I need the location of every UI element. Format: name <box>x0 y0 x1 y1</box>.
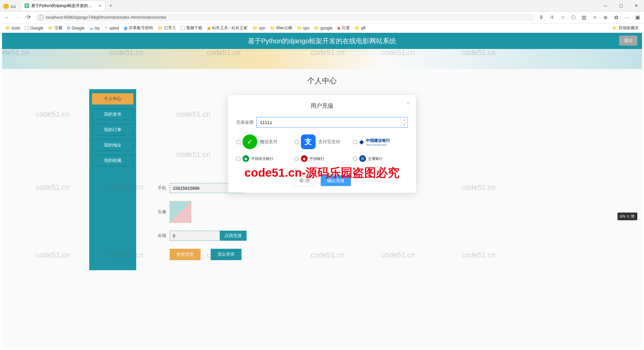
bookmark-item[interactable]: ⇡uplod <box>102 25 121 31</box>
bookmark-item[interactable]: 📁Max云梯 <box>268 24 294 32</box>
page-icon <box>25 26 29 30</box>
radio-alipay[interactable] <box>294 140 299 144</box>
amount-up-icon[interactable]: ▲ <box>401 117 408 123</box>
modal-title-text: 用户充值 <box>311 103 333 109</box>
comm-icon: ᗷ <box>359 155 366 162</box>
bookmark-item[interactable]: ◉百度 <box>335 24 352 32</box>
amount-down-icon[interactable]: ▼ <box>401 123 408 128</box>
minimize-button[interactable]: — <box>598 0 613 11</box>
radio-boc[interactable] <box>294 157 299 161</box>
folder-icon: 📁 <box>253 26 258 31</box>
uplod-icon: ⇡ <box>104 26 108 31</box>
vue-favicon-icon: V <box>24 3 29 8</box>
collections-icon[interactable]: ▥ <box>581 14 587 20</box>
bookmark-item[interactable]: 📁已导入 <box>156 24 178 32</box>
pay-option-abc[interactable]: ◉ 中国农业银行 <box>236 155 291 162</box>
abc-icon: ◉ <box>243 155 249 162</box>
bookmarks-bar: 📁tools Google 📁宝藏 GGoogle ☁txy ⇡uplod ▦共… <box>0 23 644 33</box>
folder-icon: 📁 <box>5 26 10 31</box>
radio-wechat[interactable] <box>236 140 240 144</box>
alipay-icon: 支 <box>301 134 316 149</box>
tab-close-icon[interactable]: × <box>99 3 101 8</box>
page-icon <box>181 26 185 30</box>
extension1-icon[interactable]: ⬡ <box>570 14 576 20</box>
folder-icon: 📁 <box>314 26 319 31</box>
abc-label: 中国农业银行 <box>251 156 273 161</box>
extension3-icon[interactable]: ⊕ <box>602 14 608 20</box>
bookmark-item[interactable]: 📁vps <box>295 25 312 31</box>
pay-option-alipay[interactable]: 支 支付宝支付 <box>294 134 350 149</box>
page-viewport: 基于Python的django框架开发的在线电影网站系统 退出 个人中心 个人中… <box>2 33 642 348</box>
text-a-icon[interactable]: A <box>549 14 555 20</box>
radio-abc[interactable] <box>236 157 240 161</box>
refresh-button[interactable]: ⟳ <box>25 14 32 21</box>
site-icon: ▣ <box>207 26 211 31</box>
boc-label: 中国银行 <box>310 156 324 161</box>
folder-icon: 📁 <box>612 26 617 31</box>
folder-icon: 📁 <box>48 26 53 31</box>
folder-icon: 📁 <box>158 26 163 31</box>
pay-option-ccb[interactable]: ◆ 中国建设银行 China Construction Bank <box>353 134 408 149</box>
wechat-label: 微信支付 <box>260 139 277 145</box>
bookmark-item[interactable]: ▦共享账号密码 <box>122 24 155 32</box>
more-icon[interactable]: ⋯ <box>624 14 630 20</box>
sidebar-icon[interactable]: ▣ <box>635 14 641 20</box>
new-tab-button[interactable]: + <box>108 3 114 9</box>
bookmark-item[interactable]: 📁vpn <box>251 25 267 31</box>
folder-icon: 📁 <box>355 26 360 31</box>
radio-comm[interactable] <box>353 157 357 161</box>
folder-icon: 📁 <box>297 26 302 31</box>
bookmark-item[interactable]: 📁aff <box>353 25 367 31</box>
amount-label: 充值金额 <box>236 119 256 125</box>
site-info-icon[interactable]: i <box>38 15 44 20</box>
other-bookmarks[interactable]: 📁其他收藏夹 <box>610 24 641 32</box>
boc-icon: ◉ <box>301 155 308 162</box>
maximize-button[interactable]: ▢ <box>613 0 629 11</box>
bookmark-item[interactable]: ☁txy <box>87 25 102 31</box>
watermark-big: code51.cn-源码乐园盗图必究 <box>245 165 400 181</box>
pay-option-wechat[interactable]: ✓ 微信支付 <box>236 134 291 149</box>
radio-ccb[interactable] <box>353 140 357 144</box>
google-icon: G <box>67 26 70 31</box>
url-field[interactable]: i localhost:8080/django749q8/front/dist/… <box>36 13 535 21</box>
profile-icon[interactable]: 🙂 <box>3 3 8 8</box>
modal-close-icon[interactable]: × <box>406 100 410 107</box>
bookmark-item[interactable]: ▣站长工具 - 站长之家 <box>205 24 250 32</box>
share-icon: ▦ <box>124 26 127 31</box>
cloud-icon: ☁ <box>89 26 93 31</box>
folder-icon: 📁 <box>270 26 275 31</box>
url-text: localhost:8080/django749q8/front/dist/in… <box>46 15 167 20</box>
bookmark-item[interactable]: Google <box>23 25 45 31</box>
amount-input[interactable] <box>256 117 408 128</box>
wechat-icon: ✓ <box>243 134 257 149</box>
extension2-icon[interactable]: ✧ <box>592 14 598 20</box>
ime-badge[interactable]: EN り 简 <box>618 213 637 220</box>
pay-option-comm[interactable]: ᗷ 交通银行 <box>353 155 408 162</box>
bookmark-item[interactable]: 📁宝藏 <box>46 24 64 32</box>
browser-titlebar: 🙂 ▭ V 基于Python的django框架开发的… × + — ▢ ✕ <box>0 0 644 11</box>
baidu-icon: ◉ <box>337 26 340 31</box>
tabs-icon[interactable]: ▭ <box>11 3 16 8</box>
bookmark-item[interactable]: 📁google <box>312 25 334 31</box>
pay-option-boc[interactable]: ◉ 中国银行 <box>294 155 350 162</box>
extension4-icon[interactable]: ✿ <box>613 14 619 20</box>
bookmark-item[interactable]: 视频下载 <box>179 24 204 32</box>
bookmark-item[interactable]: 📁tools <box>3 25 22 31</box>
comm-label: 交通银行 <box>368 156 383 161</box>
forward-button[interactable]: → <box>14 14 21 21</box>
ccb-icon: ◆ <box>359 138 364 145</box>
ccb-label: 中国建设银行 China Construction Bank <box>366 138 392 146</box>
read-aloud-icon[interactable]: 🎙 <box>538 14 544 20</box>
close-window-button[interactable]: ✕ <box>629 0 644 11</box>
favorite-icon[interactable]: ☆ <box>559 14 566 20</box>
alipay-label: 支付宝支付 <box>318 139 340 145</box>
tab-title: 基于Python的django框架开发的… <box>31 3 92 9</box>
payment-options: ✓ 微信支付 支 支付宝支付 ◆ 中国建设银行 China Constructi… <box>236 134 408 162</box>
bookmark-item[interactable]: GGoogle <box>65 25 87 31</box>
browser-tab[interactable]: V 基于Python的django框架开发的… × <box>21 1 105 11</box>
back-button[interactable]: ← <box>3 14 11 21</box>
address-bar: ← → ⟳ i localhost:8080/django749q8/front… <box>0 11 644 23</box>
